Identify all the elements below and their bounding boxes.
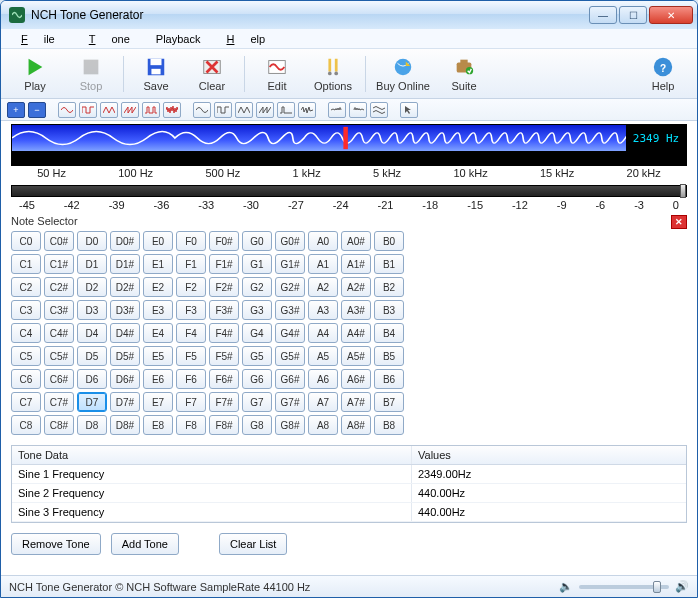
note-G4sharp[interactable]: G4# [275,323,305,343]
note-F2sharp[interactable]: F2# [209,277,239,297]
note-G0[interactable]: G0 [242,231,272,251]
add-tone-button[interactable]: Add Tone [111,533,179,555]
note-E5[interactable]: E5 [143,346,173,366]
cursor-icon[interactable] [400,102,418,118]
note-E3[interactable]: E3 [143,300,173,320]
note-A2[interactable]: A2 [308,277,338,297]
note-D8[interactable]: D8 [77,415,107,435]
note-A1sharp[interactable]: A1# [341,254,371,274]
note-B4[interactable]: B4 [374,323,404,343]
menu-help[interactable]: Help [210,31,281,47]
note-E2[interactable]: E2 [143,277,173,297]
note-B2[interactable]: B2 [374,277,404,297]
note-C6sharp[interactable]: C6# [44,369,74,389]
note-D5sharp[interactable]: D5# [110,346,140,366]
suite-button[interactable]: Suite [436,53,492,95]
note-F5sharp[interactable]: F5# [209,346,239,366]
note-A0sharp[interactable]: A0# [341,231,371,251]
note-A7[interactable]: A7 [308,392,338,412]
note-G3[interactable]: G3 [242,300,272,320]
title-bar[interactable]: NCH Tone Generator — ☐ ✕ [1,1,697,29]
note-A5[interactable]: A5 [308,346,338,366]
note-G8sharp[interactable]: G8# [275,415,305,435]
note-F7[interactable]: F7 [176,392,206,412]
note-C0[interactable]: C0 [11,231,41,251]
note-F6sharp[interactable]: F6# [209,369,239,389]
note-G4[interactable]: G4 [242,323,272,343]
db-slider[interactable] [11,185,687,197]
note-C2[interactable]: C2 [11,277,41,297]
clear-list-button[interactable]: Clear List [219,533,287,555]
note-G6[interactable]: G6 [242,369,272,389]
note-A8sharp[interactable]: A8# [341,415,371,435]
wave-square-icon[interactable] [79,102,97,118]
note-E6[interactable]: E6 [143,369,173,389]
note-A3sharp[interactable]: A3# [341,300,371,320]
note-D6sharp[interactable]: D6# [110,369,140,389]
note-C4sharp[interactable]: C4# [44,323,74,343]
wave-saw-icon[interactable] [121,102,139,118]
note-C1[interactable]: C1 [11,254,41,274]
note-D5[interactable]: D5 [77,346,107,366]
note-D2[interactable]: D2 [77,277,107,297]
close-button[interactable]: ✕ [649,6,693,24]
remove-channel-button[interactable]: − [28,102,46,118]
note-A8[interactable]: A8 [308,415,338,435]
note-C5sharp[interactable]: C5# [44,346,74,366]
note-F1[interactable]: F1 [176,254,206,274]
note-C1sharp[interactable]: C1# [44,254,74,274]
note-G3sharp[interactable]: G3# [275,300,305,320]
note-G5sharp[interactable]: G5# [275,346,305,366]
wave-alt2-icon[interactable] [214,102,232,118]
menu-file[interactable]: File [5,31,71,47]
note-D4sharp[interactable]: D4# [110,323,140,343]
wave-alt6-icon[interactable] [298,102,316,118]
frequency-slider[interactable]: 2349 Hz [11,124,687,152]
note-F8sharp[interactable]: F8# [209,415,239,435]
note-F0[interactable]: F0 [176,231,206,251]
menu-playback[interactable]: Playback [148,31,209,47]
note-G5[interactable]: G5 [242,346,272,366]
note-B8[interactable]: B8 [374,415,404,435]
note-D7[interactable]: D7 [77,392,107,412]
note-G6sharp[interactable]: G6# [275,369,305,389]
volume-slider[interactable] [579,585,669,589]
sweep-up-icon[interactable] [328,102,346,118]
note-G1[interactable]: G1 [242,254,272,274]
note-A5sharp[interactable]: A5# [341,346,371,366]
tone-data-row[interactable]: Sine 2 Frequency440.00Hz [12,484,686,503]
note-D0sharp[interactable]: D0# [110,231,140,251]
wave-alt5-icon[interactable] [277,102,295,118]
note-C3sharp[interactable]: C3# [44,300,74,320]
note-B5[interactable]: B5 [374,346,404,366]
note-F0sharp[interactable]: F0# [209,231,239,251]
note-C3[interactable]: C3 [11,300,41,320]
note-C4[interactable]: C4 [11,323,41,343]
note-C7sharp[interactable]: C7# [44,392,74,412]
note-B7[interactable]: B7 [374,392,404,412]
speaker-mute-icon[interactable]: 🔈 [559,580,573,593]
note-D2sharp[interactable]: D2# [110,277,140,297]
note-A6sharp[interactable]: A6# [341,369,371,389]
note-D1sharp[interactable]: D1# [110,254,140,274]
note-F4[interactable]: F4 [176,323,206,343]
note-G2sharp[interactable]: G2# [275,277,305,297]
note-F7sharp[interactable]: F7# [209,392,239,412]
note-G7sharp[interactable]: G7# [275,392,305,412]
wave-noise-icon[interactable] [163,102,181,118]
remove-tone-button[interactable]: Remove Tone [11,533,101,555]
note-A0[interactable]: A0 [308,231,338,251]
note-G1sharp[interactable]: G1# [275,254,305,274]
note-E7[interactable]: E7 [143,392,173,412]
play-button[interactable]: Play [7,53,63,95]
note-D8sharp[interactable]: D8# [110,415,140,435]
clear-button[interactable]: Clear [184,53,240,95]
note-A1[interactable]: A1 [308,254,338,274]
options-button[interactable]: Options [305,53,361,95]
note-G2[interactable]: G2 [242,277,272,297]
wave-pulse-icon[interactable] [142,102,160,118]
note-D3sharp[interactable]: D3# [110,300,140,320]
buy-online-button[interactable]: Buy Online [370,53,436,95]
note-C6[interactable]: C6 [11,369,41,389]
note-G0sharp[interactable]: G0# [275,231,305,251]
